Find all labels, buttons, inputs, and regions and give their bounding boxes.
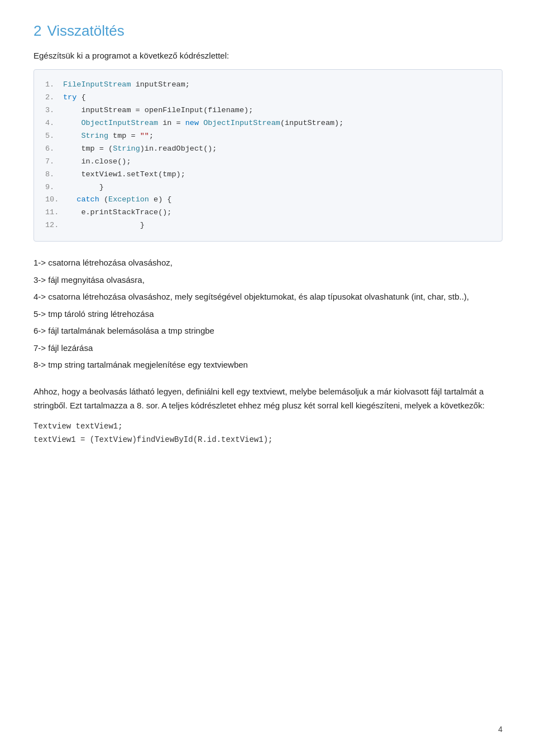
body-paragraph-1: Ahhoz, hogy a beolvasás látható legyen, … — [34, 384, 502, 413]
section-title: Visszatöltés — [47, 22, 124, 40]
desc-item-1: 1-> csatorna létrehozása olvasáshoz, — [34, 255, 502, 271]
line-num-3: 3. — [45, 104, 63, 117]
code-snippet-2: textView1 = (TextView)findViewById(R.id.… — [34, 435, 502, 444]
line-num-12: 12. — [45, 219, 63, 232]
code-content-3: inputStream = openFileInput(filename); — [63, 104, 491, 117]
code-line-1: 1. FileInputStream inputStream; — [45, 79, 491, 92]
page-number: 4 — [498, 725, 502, 734]
line-num-9: 9. — [45, 181, 63, 194]
code-content-12: } — [63, 219, 491, 232]
code-line-9: 9. } — [45, 181, 491, 194]
code-line-11: 11. e.printStackTrace(); — [45, 206, 491, 219]
code-line-6: 6. tmp = (String)in.readObject(); — [45, 143, 491, 156]
code-content-9: } — [63, 181, 491, 194]
desc-item-6: 7-> fájl lezárása — [34, 340, 502, 357]
line-num-11: 11. — [45, 206, 63, 219]
code-block: 1. FileInputStream inputStream; 2. try {… — [34, 69, 502, 242]
desc-item-5: 6-> fájl tartalmának belemásolása a tmp … — [34, 323, 502, 339]
line-num-6: 6. — [45, 143, 63, 156]
code-line-10: 10. catch (Exception e) { — [45, 194, 491, 206]
desc-item-4: 5-> tmp tároló string létrehozása — [34, 306, 502, 322]
code-line-5: 5. String tmp = ""; — [45, 130, 491, 143]
code-content-6: tmp = (String)in.readObject(); — [63, 143, 491, 156]
code-line-8: 8. textView1.setText(tmp); — [45, 168, 491, 181]
page-title: 2 Visszatöltés — [34, 22, 502, 40]
code-snippet-1: Textview textView1; — [34, 422, 502, 431]
code-line-3: 3. inputStream = openFileInput(filename)… — [45, 104, 491, 117]
code-line-7: 7. in.close(); — [45, 156, 491, 168]
section-number: 2 — [34, 22, 41, 40]
code-content-2: try { — [63, 92, 491, 104]
code-content-4: ObjectInputStream in = new ObjectInputSt… — [63, 117, 491, 130]
line-num-8: 8. — [45, 168, 63, 181]
desc-item-7: 8-> tmp string tartalmának megjelenítése… — [34, 357, 502, 373]
code-line-4: 4. ObjectInputStream in = new ObjectInpu… — [45, 117, 491, 130]
code-line-2: 2. try { — [45, 92, 491, 104]
line-num-10: 10. — [45, 194, 63, 206]
code-content-1: FileInputStream inputStream; — [63, 79, 491, 92]
description-list: 1-> csatorna létrehozása olvasáshoz, 3->… — [34, 255, 502, 373]
code-line-12: 12. } — [45, 219, 491, 232]
code-content-8: textView1.setText(tmp); — [63, 168, 491, 181]
desc-item-3: 4-> csatorna létrehozása olvasáshoz, mel… — [34, 289, 502, 305]
line-num-4: 4. — [45, 117, 63, 130]
line-num-5: 5. — [45, 130, 63, 143]
code-content-10: catch (Exception e) { — [63, 194, 491, 206]
desc-item-2: 3-> fájl megnyitása olvasásra, — [34, 272, 502, 288]
code-content-11: e.printStackTrace(); — [63, 206, 491, 219]
line-num-2: 2. — [45, 92, 63, 104]
line-num-7: 7. — [45, 156, 63, 168]
line-num-1: 1. — [45, 79, 63, 92]
intro-text: Egészítsük ki a programot a következő kó… — [34, 51, 502, 60]
code-content-7: in.close(); — [63, 156, 491, 168]
code-content-5: String tmp = ""; — [63, 130, 491, 143]
